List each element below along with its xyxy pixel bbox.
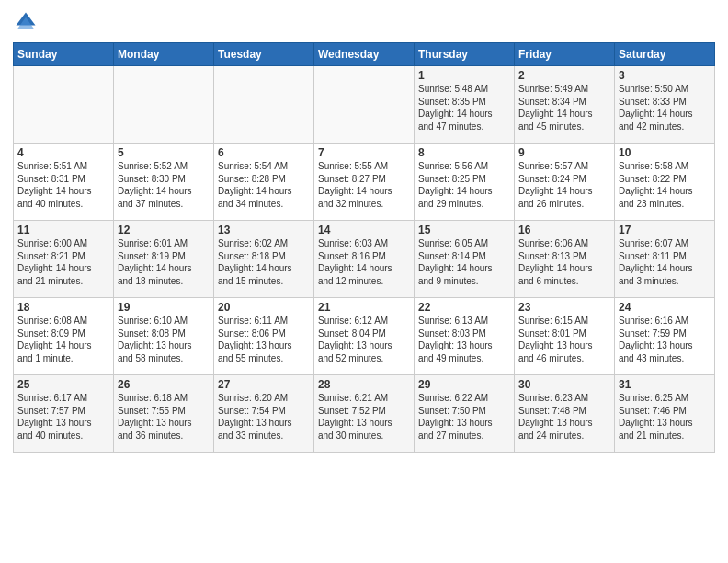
day-info: Sunrise: 6:03 AM Sunset: 8:16 PM Dayligh… <box>318 237 410 287</box>
day-number: 17 <box>619 224 711 236</box>
day-number: 29 <box>418 378 510 391</box>
day-info: Sunrise: 6:18 AM Sunset: 7:55 PM Dayligh… <box>118 392 210 442</box>
weekday-header: Thursday <box>415 43 515 66</box>
day-info: Sunrise: 5:49 AM Sunset: 8:34 PM Dayligh… <box>518 83 610 132</box>
calendar-cell: 19Sunrise: 6:10 AM Sunset: 8:08 PM Dayli… <box>114 298 214 375</box>
day-number: 3 <box>619 69 711 82</box>
day-number: 22 <box>418 301 510 314</box>
weekday-header: Sunday <box>14 43 114 66</box>
day-number: 19 <box>118 301 210 314</box>
calendar-cell: 28Sunrise: 6:21 AM Sunset: 7:52 PM Dayli… <box>314 375 415 453</box>
day-number: 15 <box>418 224 510 236</box>
calendar-cell: 14Sunrise: 6:03 AM Sunset: 8:16 PM Dayli… <box>314 221 415 298</box>
day-info: Sunrise: 5:55 AM Sunset: 8:27 PM Dayligh… <box>318 160 410 210</box>
day-number: 24 <box>619 301 711 314</box>
day-number: 13 <box>218 224 310 236</box>
calendar-cell: 17Sunrise: 6:07 AM Sunset: 8:11 PM Dayli… <box>615 221 715 298</box>
calendar-table: SundayMondayTuesdayWednesdayThursdayFrid… <box>13 42 715 453</box>
calendar-cell: 12Sunrise: 6:01 AM Sunset: 8:19 PM Dayli… <box>114 221 214 298</box>
calendar-week-row: 18Sunrise: 6:08 AM Sunset: 8:09 PM Dayli… <box>14 298 715 375</box>
weekday-header: Wednesday <box>314 43 415 66</box>
day-number: 11 <box>17 224 109 236</box>
day-number: 2 <box>518 69 610 82</box>
day-number: 21 <box>318 301 410 314</box>
calendar-cell <box>14 66 114 144</box>
calendar-cell: 6Sunrise: 5:54 AM Sunset: 8:28 PM Daylig… <box>214 144 314 221</box>
day-info: Sunrise: 5:51 AM Sunset: 8:31 PM Dayligh… <box>17 160 109 210</box>
calendar-cell: 30Sunrise: 6:23 AM Sunset: 7:48 PM Dayli… <box>515 375 615 453</box>
day-number: 28 <box>318 378 410 391</box>
calendar-cell <box>214 66 314 144</box>
day-info: Sunrise: 6:06 AM Sunset: 8:13 PM Dayligh… <box>518 237 610 287</box>
day-number: 10 <box>619 146 711 159</box>
day-number: 8 <box>418 146 510 159</box>
calendar-cell: 11Sunrise: 6:00 AM Sunset: 8:21 PM Dayli… <box>14 221 114 298</box>
day-number: 6 <box>218 146 310 159</box>
day-info: Sunrise: 6:08 AM Sunset: 8:09 PM Dayligh… <box>17 315 109 364</box>
logo <box>13 9 42 35</box>
day-info: Sunrise: 5:48 AM Sunset: 8:35 PM Dayligh… <box>418 83 510 132</box>
calendar-cell: 22Sunrise: 6:13 AM Sunset: 8:03 PM Dayli… <box>415 298 515 375</box>
calendar-cell: 24Sunrise: 6:16 AM Sunset: 7:59 PM Dayli… <box>615 298 715 375</box>
day-number: 5 <box>118 146 210 159</box>
day-info: Sunrise: 6:25 AM Sunset: 7:46 PM Dayligh… <box>619 392 711 442</box>
day-info: Sunrise: 6:11 AM Sunset: 8:06 PM Dayligh… <box>218 315 310 364</box>
calendar-cell: 5Sunrise: 5:52 AM Sunset: 8:30 PM Daylig… <box>114 144 214 221</box>
calendar-cell: 2Sunrise: 5:49 AM Sunset: 8:34 PM Daylig… <box>515 66 615 144</box>
calendar-cell: 27Sunrise: 6:20 AM Sunset: 7:54 PM Dayli… <box>214 375 314 453</box>
day-info: Sunrise: 6:05 AM Sunset: 8:14 PM Dayligh… <box>418 237 510 287</box>
calendar-cell: 16Sunrise: 6:06 AM Sunset: 8:13 PM Dayli… <box>515 221 615 298</box>
calendar-week-row: 4Sunrise: 5:51 AM Sunset: 8:31 PM Daylig… <box>14 144 715 221</box>
logo-icon <box>13 9 39 35</box>
day-info: Sunrise: 6:16 AM Sunset: 7:59 PM Dayligh… <box>619 315 711 364</box>
weekday-header: Friday <box>515 43 615 66</box>
day-info: Sunrise: 5:54 AM Sunset: 8:28 PM Dayligh… <box>218 160 310 210</box>
calendar-cell: 7Sunrise: 5:55 AM Sunset: 8:27 PM Daylig… <box>314 144 415 221</box>
day-number: 9 <box>518 146 610 159</box>
weekday-header: Saturday <box>615 43 715 66</box>
day-info: Sunrise: 6:22 AM Sunset: 7:50 PM Dayligh… <box>418 392 510 442</box>
day-info: Sunrise: 6:02 AM Sunset: 8:18 PM Dayligh… <box>218 237 310 287</box>
day-info: Sunrise: 6:15 AM Sunset: 8:01 PM Dayligh… <box>518 315 610 364</box>
day-info: Sunrise: 6:10 AM Sunset: 8:08 PM Dayligh… <box>118 315 210 364</box>
day-info: Sunrise: 5:52 AM Sunset: 8:30 PM Dayligh… <box>118 160 210 210</box>
calendar-cell: 29Sunrise: 6:22 AM Sunset: 7:50 PM Dayli… <box>415 375 515 453</box>
day-info: Sunrise: 5:57 AM Sunset: 8:24 PM Dayligh… <box>518 160 610 210</box>
calendar-header-row: SundayMondayTuesdayWednesdayThursdayFrid… <box>14 43 715 66</box>
day-number: 7 <box>318 146 410 159</box>
calendar-cell: 15Sunrise: 6:05 AM Sunset: 8:14 PM Dayli… <box>415 221 515 298</box>
day-number: 4 <box>17 146 109 159</box>
header <box>13 9 715 35</box>
day-info: Sunrise: 6:00 AM Sunset: 8:21 PM Dayligh… <box>17 237 109 287</box>
calendar-cell <box>114 66 214 144</box>
calendar-cell: 31Sunrise: 6:25 AM Sunset: 7:46 PM Dayli… <box>615 375 715 453</box>
calendar-cell: 26Sunrise: 6:18 AM Sunset: 7:55 PM Dayli… <box>114 375 214 453</box>
day-info: Sunrise: 6:07 AM Sunset: 8:11 PM Dayligh… <box>619 237 711 287</box>
day-info: Sunrise: 6:17 AM Sunset: 7:57 PM Dayligh… <box>17 392 109 442</box>
day-info: Sunrise: 5:56 AM Sunset: 8:25 PM Dayligh… <box>418 160 510 210</box>
day-number: 12 <box>118 224 210 236</box>
calendar-cell: 8Sunrise: 5:56 AM Sunset: 8:25 PM Daylig… <box>415 144 515 221</box>
day-number: 25 <box>17 378 109 391</box>
calendar-cell: 4Sunrise: 5:51 AM Sunset: 8:31 PM Daylig… <box>14 144 114 221</box>
day-info: Sunrise: 5:58 AM Sunset: 8:22 PM Dayligh… <box>619 160 711 210</box>
weekday-header: Tuesday <box>214 43 314 66</box>
calendar-cell <box>314 66 415 144</box>
day-info: Sunrise: 6:01 AM Sunset: 8:19 PM Dayligh… <box>118 237 210 287</box>
page-container: SundayMondayTuesdayWednesdayThursdayFrid… <box>0 0 728 460</box>
day-number: 26 <box>118 378 210 391</box>
calendar-cell: 20Sunrise: 6:11 AM Sunset: 8:06 PM Dayli… <box>214 298 314 375</box>
calendar-cell: 1Sunrise: 5:48 AM Sunset: 8:35 PM Daylig… <box>415 66 515 144</box>
day-number: 23 <box>518 301 610 314</box>
calendar-week-row: 1Sunrise: 5:48 AM Sunset: 8:35 PM Daylig… <box>14 66 715 144</box>
day-info: Sunrise: 6:12 AM Sunset: 8:04 PM Dayligh… <box>318 315 410 364</box>
day-number: 20 <box>218 301 310 314</box>
day-number: 27 <box>218 378 310 391</box>
calendar-week-row: 11Sunrise: 6:00 AM Sunset: 8:21 PM Dayli… <box>14 221 715 298</box>
calendar-cell: 10Sunrise: 5:58 AM Sunset: 8:22 PM Dayli… <box>615 144 715 221</box>
day-info: Sunrise: 6:21 AM Sunset: 7:52 PM Dayligh… <box>318 392 410 442</box>
calendar-cell: 3Sunrise: 5:50 AM Sunset: 8:33 PM Daylig… <box>615 66 715 144</box>
calendar-week-row: 25Sunrise: 6:17 AM Sunset: 7:57 PM Dayli… <box>14 375 715 453</box>
calendar-cell: 25Sunrise: 6:17 AM Sunset: 7:57 PM Dayli… <box>14 375 114 453</box>
day-number: 18 <box>17 301 109 314</box>
